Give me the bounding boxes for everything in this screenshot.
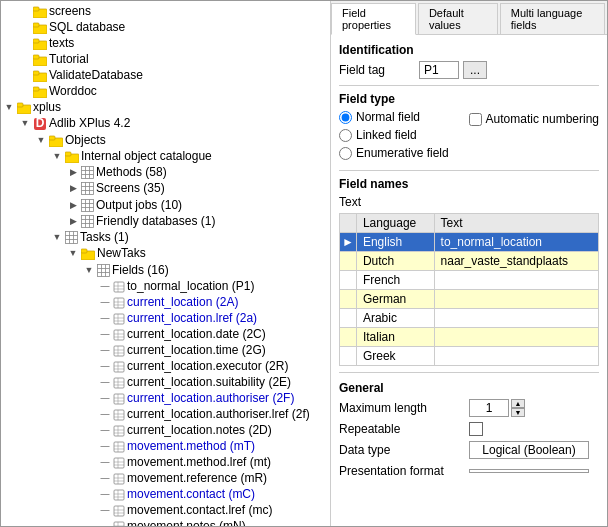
radio-normal-field-row: Normal field [339, 110, 449, 124]
tree-item-f10[interactable]: — current_location.notes (2D) [1, 422, 330, 438]
repeatable-checkbox[interactable] [469, 422, 483, 436]
tree-label-friendly_db: Friendly databases (1) [96, 214, 215, 228]
row-text-2[interactable] [434, 271, 598, 290]
lang-table-row[interactable]: Dutchnaar_vaste_standplaats [340, 252, 599, 271]
tree-item-f14[interactable]: — movement.contact (mC) [1, 486, 330, 502]
max-length-row: Maximum length 1 ▲ ▼ [339, 399, 599, 417]
presentation-format-label: Presentation format [339, 464, 469, 478]
row-arrow-5 [340, 328, 357, 347]
max-length-spinner[interactable]: ▲ ▼ [511, 399, 525, 417]
data-type-row: Data type Logical (Boolean) [339, 441, 599, 459]
tree-item-methods[interactable]: ▶ Methods (58) [1, 164, 330, 180]
svg-rect-3 [33, 23, 39, 27]
tree-item-newtaks[interactable]: ▼ NewTaks [1, 245, 330, 261]
tree-icon-folder [33, 20, 49, 34]
tab-field-properties[interactable]: Field properties [331, 3, 416, 35]
radio-enumerative-field[interactable] [339, 147, 352, 160]
tree-toggle-adlib[interactable]: ▼ [17, 118, 33, 128]
tree-label-f12: movement.method.lref (mt) [127, 455, 271, 469]
radio-normal-field[interactable] [339, 111, 352, 124]
tree-label-tutorial: Tutorial [49, 52, 89, 66]
svg-rect-1 [33, 7, 39, 11]
tree-item-f16[interactable]: — movement.notes (mN) [1, 518, 330, 526]
tree-toggle-methods[interactable]: ▶ [65, 167, 81, 177]
row-text-5[interactable] [434, 328, 598, 347]
tree-item-xplus[interactable]: ▼ xplus [1, 99, 330, 115]
tree-toggle-fields[interactable]: ▼ [81, 265, 97, 275]
svg-rect-9 [33, 71, 39, 75]
radio-linked-field[interactable] [339, 129, 352, 142]
tab-multi-language[interactable]: Multi language fields [500, 3, 605, 34]
lang-table-row[interactable]: Italian [340, 328, 599, 347]
tree-item-validate_database[interactable]: ValidateDatabase [1, 67, 330, 83]
tree-icon-dot [113, 423, 127, 437]
row-text-0[interactable]: to_normal_location [434, 233, 598, 252]
tree-item-tasks[interactable]: ▼ Tasks (1) [1, 229, 330, 245]
tree-item-f15[interactable]: — movement.contact.lref (mc) [1, 502, 330, 518]
tree-label-screens2: Screens (35) [96, 181, 165, 195]
tree-label-f9: current_location.authoriser.lref (2f) [127, 407, 310, 421]
tree-item-screens2[interactable]: ▶ Screens (35) [1, 180, 330, 196]
tree-label-output_jobs: Output jobs (10) [96, 198, 182, 212]
tree-item-f9[interactable]: — current_location.authoriser.lref (2f) [1, 406, 330, 422]
tree-item-worddoc[interactable]: Worddoc [1, 83, 330, 99]
tree-panel[interactable]: screens SQL database texts Tutorial Vali… [1, 1, 331, 526]
tree-item-internal_obj[interactable]: ▼ Internal object catalogue [1, 148, 330, 164]
tree-toggle-output_jobs[interactable]: ▶ [65, 200, 81, 210]
row-text-4[interactable] [434, 309, 598, 328]
text-label: Text [339, 195, 599, 209]
tree-toggle-xplus[interactable]: ▼ [1, 102, 17, 112]
tree-label-f13: movement.reference (mR) [127, 471, 267, 485]
tree-item-tutorial[interactable]: Tutorial [1, 51, 330, 67]
tree-toggle-internal_obj[interactable]: ▼ [49, 151, 65, 161]
tree-toggle-objects[interactable]: ▼ [33, 135, 49, 145]
tree-toggle-newtaks[interactable]: ▼ [65, 248, 81, 258]
tab-default-values[interactable]: Default values [418, 3, 498, 34]
tree-item-f3[interactable]: — current_location.lref (2a) [1, 310, 330, 326]
tree-item-f12[interactable]: — movement.method.lref (mt) [1, 454, 330, 470]
tree-item-f2[interactable]: — current_location (2A) [1, 294, 330, 310]
field-tag-button[interactable]: ... [463, 61, 487, 79]
lang-table-row[interactable]: German [340, 290, 599, 309]
row-arrow-0: ► [340, 233, 357, 252]
tree-item-f13[interactable]: — movement.reference (mR) [1, 470, 330, 486]
tree-item-f11[interactable]: — movement.method (mT) [1, 438, 330, 454]
tree-item-texts[interactable]: texts [1, 35, 330, 51]
tree-item-output_jobs[interactable]: ▶ Output jobs (10) [1, 196, 330, 212]
tree-item-fields[interactable]: ▼ Fields (16) [1, 261, 330, 277]
tree-item-adlib[interactable]: ▼ D Adlib XPlus 4.2 [1, 115, 330, 132]
tree-item-f8[interactable]: — current_location.authoriser (2F) [1, 390, 330, 406]
tree-item-f1[interactable]: — to_normal_location (P1) [1, 278, 330, 294]
lang-table-row[interactable]: ►Englishto_normal_location [340, 233, 599, 252]
tree-item-f7[interactable]: — current_location.suitability (2E) [1, 374, 330, 390]
tree-item-friendly_db[interactable]: ▶ Friendly databases (1) [1, 213, 330, 229]
tree-item-objects[interactable]: ▼ Objects [1, 132, 330, 148]
tree-item-f5[interactable]: — current_location.time (2G) [1, 342, 330, 358]
row-text-3[interactable] [434, 290, 598, 309]
tree-toggle-screens2[interactable]: ▶ [65, 183, 81, 193]
tree-toggle-friendly_db[interactable]: ▶ [65, 216, 81, 226]
auto-numbering-checkbox[interactable] [469, 113, 482, 126]
svg-rect-52 [114, 282, 124, 292]
svg-text:D: D [36, 117, 45, 130]
tree-toggle-f14: — [97, 489, 113, 499]
lang-table-row[interactable]: French [340, 271, 599, 290]
row-text-1[interactable]: naar_vaste_standplaats [434, 252, 598, 271]
tree-item-f6[interactable]: — current_location.executor (2R) [1, 358, 330, 374]
tree-item-screens[interactable]: screens [1, 3, 330, 19]
spin-down-button[interactable]: ▼ [511, 408, 525, 417]
svg-rect-84 [114, 410, 124, 420]
svg-rect-104 [114, 490, 124, 500]
tree-toggle-f10: — [97, 425, 113, 435]
tree-item-sql_database[interactable]: SQL database [1, 19, 330, 35]
tree-item-f4[interactable]: — current_location.date (2C) [1, 326, 330, 342]
tree-label-screens: screens [49, 4, 91, 18]
spin-up-button[interactable]: ▲ [511, 399, 525, 408]
svg-rect-92 [114, 442, 124, 452]
row-text-6[interactable] [434, 347, 598, 366]
lang-table-row[interactable]: Arabic [340, 309, 599, 328]
tree-icon-grid [97, 262, 112, 276]
field-tag-input[interactable] [419, 61, 459, 79]
tree-toggle-tasks[interactable]: ▼ [49, 232, 65, 242]
lang-table-row[interactable]: Greek [340, 347, 599, 366]
